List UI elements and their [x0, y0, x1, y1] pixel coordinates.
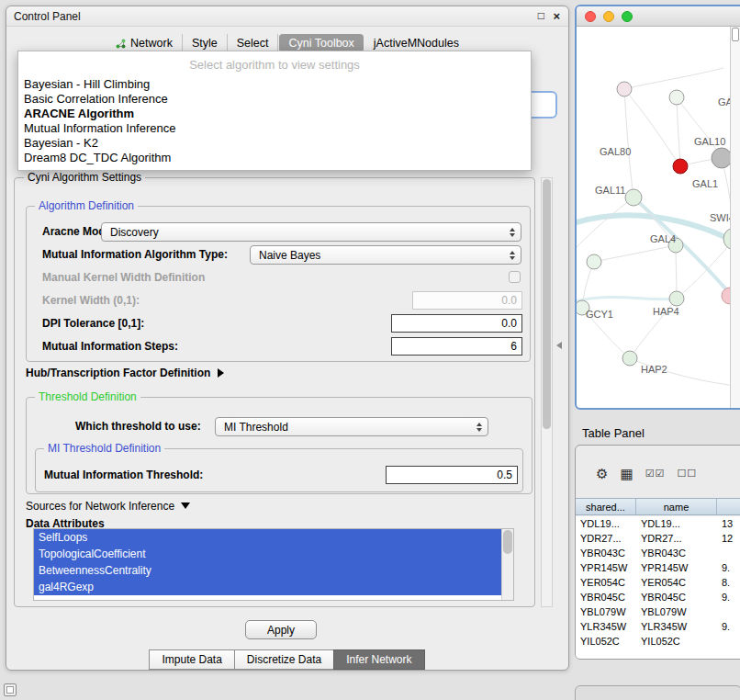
algorithm-option-bayesian-hill-climbing[interactable]: Bayesian - Hill Climbing [18, 77, 531, 92]
tab-impute-data[interactable]: Impute Data [149, 649, 234, 670]
tab-select[interactable]: Select [228, 34, 279, 52]
network-node[interactable] [673, 159, 688, 174]
close-button[interactable] [585, 11, 596, 22]
column-header-shared[interactable]: shared... [576, 499, 636, 514]
network-node[interactable] [625, 189, 642, 206]
node-label-gal4: GAL4 [650, 233, 676, 244]
network-node[interactable] [669, 291, 684, 306]
column-header-col3[interactable] [717, 499, 740, 514]
table-body: YDL19...YDL19...13YDR27...YDR27...12YBR0… [576, 516, 740, 659]
algorithm-option-aracne-algorithm[interactable]: ARACNE Algorithm [18, 107, 531, 121]
network-node[interactable] [669, 90, 684, 105]
kernel-width-field[interactable]: 0.0 [412, 291, 522, 310]
sources-section-toggle[interactable]: Sources for Network Inference [26, 500, 190, 513]
dpi-tolerance-label: DPI Tolerance [0,1]: [42, 317, 144, 330]
network-canvas[interactable]: GALGAL80GAL10GAL11GAL1SWI4GAL4GCY1HAP4YH… [577, 27, 740, 410]
network-edge [677, 97, 680, 166]
attribute-betweennesscentrality[interactable]: BetweennessCentrality [34, 562, 501, 579]
table-cell: YER054C [576, 575, 636, 590]
gear-icon[interactable]: ⚙ [596, 467, 608, 480]
panel-collapse-handle-icon[interactable] [556, 342, 562, 349]
tab-network[interactable]: Network [107, 34, 183, 52]
zoom-button[interactable] [622, 11, 633, 22]
which-threshold-select[interactable]: MI Threshold [215, 417, 488, 436]
select-all-checkboxes-icon[interactable]: ☑☑ [645, 469, 666, 479]
tab-style[interactable]: Style [183, 34, 228, 52]
algorithm-option-mutual-information-inference[interactable]: Mutual Information Inference [18, 121, 531, 136]
algorithm-option-basic-correlation-inference[interactable]: Basic Correlation Inference [18, 92, 531, 107]
algorithm-option-dream8-dc-tdc-algorithm[interactable]: Dream8 DC_TDC Algorithm [18, 151, 531, 165]
table-cell: 9. [717, 560, 740, 575]
mi-threshold-field[interactable]: 0.5 [386, 466, 518, 484]
network-edge [624, 68, 723, 89]
hub-section-toggle[interactable]: Hub/Transcription Factor Definition [26, 367, 224, 379]
mi-steps-field[interactable]: 6 [391, 337, 522, 356]
attribute-topologicalcoefficient[interactable]: TopologicalCoefficient [34, 546, 501, 562]
float-window-button[interactable]: □ [538, 9, 544, 22]
mi-algorithm-type-value: Naive Bayes [259, 249, 320, 262]
combo-arrows-icon [510, 251, 515, 260]
list-scrollbar[interactable] [501, 529, 513, 600]
which-threshold-label: Which threshold to use: [75, 420, 201, 433]
settings-scrollbar[interactable] [541, 177, 553, 607]
table-row[interactable]: YIL052CYIL052C [576, 634, 740, 649]
apply-button[interactable]: Apply [245, 620, 317, 639]
node-label-gal1: GAL1 [692, 178, 718, 189]
tab-infer-network[interactable]: Infer Network [333, 649, 424, 670]
table-cell [717, 634, 740, 649]
tab-cyni-toolbox[interactable]: Cyni Toolbox [279, 34, 363, 52]
dpi-tolerance-field[interactable]: 0.0 [391, 314, 522, 333]
tab-discretize-data[interactable]: Discretize Data [234, 649, 334, 670]
manual-kernel-width-label: Manual Kernel Width Definition [42, 271, 205, 284]
network-node[interactable] [587, 254, 601, 269]
table-cell: YDR27... [636, 531, 717, 546]
table-cell: 8. [717, 575, 740, 590]
table-row[interactable]: YLR345WYLR345W9. [576, 619, 740, 634]
attribute-gal4rgexp[interactable]: gal4RGexp [34, 579, 501, 595]
table-row[interactable]: YBR043CYBR043C [576, 546, 740, 560]
network-edge [577, 298, 677, 302]
table-row[interactable]: YPR145WYPR145W9. [576, 560, 740, 575]
minimize-button[interactable] [603, 11, 614, 22]
column-header-name[interactable]: name [636, 499, 717, 514]
table-cell [717, 546, 740, 560]
attribute-selfloops[interactable]: SelfLoops [34, 529, 501, 546]
algorithm-option-bayesian-k2[interactable]: Bayesian - K2 [18, 136, 531, 151]
hub-section-label: Hub/Transcription Factor Definition [26, 367, 210, 379]
collapsed-panel-button[interactable] [4, 683, 17, 696]
table-row[interactable]: YER054CYER054C8. [576, 575, 740, 590]
network-icon [116, 39, 126, 49]
aracne-mode-select[interactable]: Discovery [101, 222, 521, 242]
table-cell: YBL079W [636, 604, 717, 619]
desktop: Control Panel □ × NetworkStyleSelectCyni… [0, 0, 740, 700]
threshold-definition-title: Threshold Definition [35, 390, 140, 403]
table-row[interactable]: YDR27...YDR27...12 [576, 531, 740, 546]
table-row[interactable]: YBL079WYBL079W [576, 604, 740, 619]
aracne-mode-value: Discovery [110, 226, 159, 239]
network-scrollbar[interactable] [730, 27, 740, 408]
table-row[interactable]: YBR045CYBR045C9. [576, 590, 740, 604]
network-node[interactable] [622, 351, 637, 366]
scrollbar-thumb[interactable] [503, 530, 512, 554]
manual-kernel-width-checkbox[interactable] [509, 271, 521, 283]
table-row[interactable]: YDL19...YDL19...13 [576, 516, 740, 531]
mi-algorithm-type-select[interactable]: Naive Bayes [250, 245, 521, 265]
network-window-titlebar [577, 6, 740, 27]
network-view-window: GALGAL80GAL10GAL11GAL1SWI4GAL4GCY1HAP4YH… [575, 5, 740, 410]
mi-steps-label: Mutual Information Steps: [42, 340, 178, 353]
which-threshold-value: MI Threshold [224, 421, 288, 434]
mi-threshold-definition-title: MI Threshold Definition [44, 442, 164, 455]
tab-jactivemnodules[interactable]: jActiveMNodules [364, 34, 468, 52]
network-node[interactable] [712, 148, 732, 168]
deselect-checkboxes-icon[interactable]: ☐☐ [677, 469, 697, 479]
network-edge [594, 245, 676, 262]
table-cell: YBR043C [576, 546, 636, 560]
scrollbar-thumb[interactable] [732, 28, 739, 41]
close-window-button[interactable]: × [553, 9, 560, 23]
columns-icon[interactable]: ▦ [620, 467, 633, 480]
scrollbar-thumb[interactable] [543, 179, 551, 429]
network-node[interactable] [617, 82, 632, 96]
table-cell: YDL19... [576, 516, 636, 531]
network-edge [677, 97, 722, 158]
algorithm-definition-title: Algorithm Definition [35, 199, 138, 212]
